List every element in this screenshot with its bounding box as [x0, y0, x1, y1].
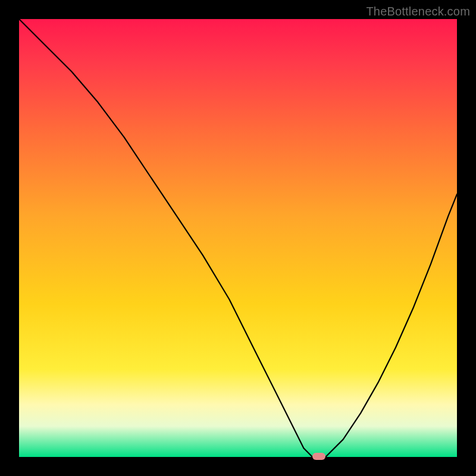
chart-frame: TheBottleneck.com [0, 0, 476, 476]
plot-area [19, 19, 457, 457]
optimal-point-marker [312, 453, 325, 460]
watermark-text: TheBottleneck.com [366, 5, 470, 18]
